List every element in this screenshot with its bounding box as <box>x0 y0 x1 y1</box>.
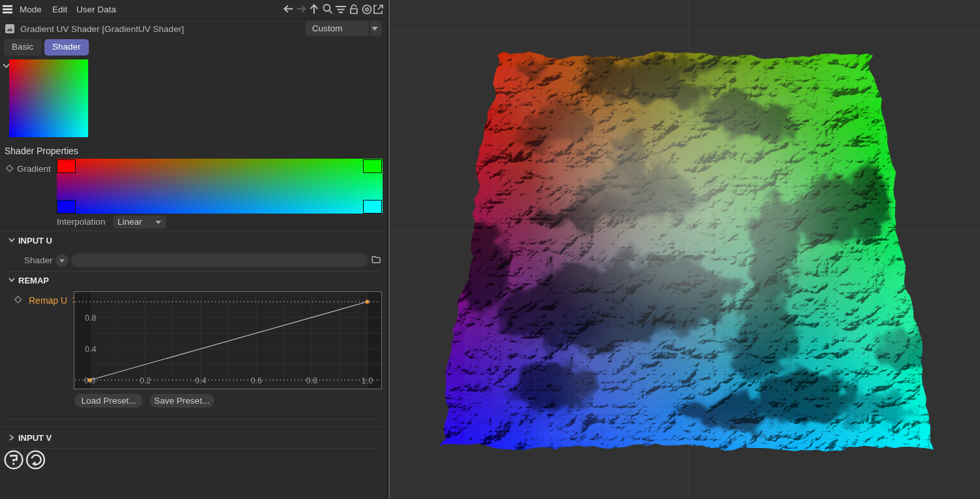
svg-text:0.6: 0.6 <box>251 376 262 385</box>
svg-text:0.4: 0.4 <box>195 376 206 385</box>
svg-text:0.8: 0.8 <box>85 314 96 323</box>
svg-text:0.2: 0.2 <box>140 376 151 385</box>
svg-text:1.0: 1.0 <box>362 376 373 385</box>
svg-text:0.4: 0.4 <box>85 345 96 354</box>
svg-text:0.8: 0.8 <box>306 376 317 385</box>
